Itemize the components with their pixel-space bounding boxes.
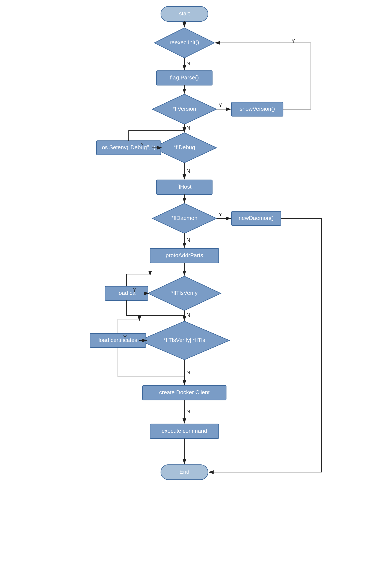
fltlsverify2-label: *flTlsVerify||*flTls xyxy=(164,337,205,343)
loadcerts-label: load certificates xyxy=(99,337,138,343)
reexec-label: reexec.Init() xyxy=(170,39,199,46)
n-label-fldebug: N xyxy=(187,168,190,174)
start-label: start xyxy=(179,10,190,17)
y-label-fldebug: Y xyxy=(141,142,144,147)
flagparse-label: flag.Parse() xyxy=(170,74,199,81)
n-label-createclient: N xyxy=(187,409,190,414)
y-label-reexec: Y xyxy=(292,38,295,44)
fltlsverify1-label: *flTlsVerify xyxy=(171,290,198,296)
showversion-label: showVersion() xyxy=(240,106,275,112)
flhost-label: flHost xyxy=(177,184,192,190)
n-label-reexec: N xyxy=(187,61,190,66)
fldaemon-label: *flDaemon xyxy=(171,215,197,221)
ossetenv-label: os.Setenv("Debug",1) xyxy=(102,144,155,151)
end-label: End xyxy=(180,469,189,475)
y-label-flversion: Y xyxy=(219,102,222,108)
createdocker-label: create Docker Client xyxy=(159,389,210,395)
n-label-flversion: N xyxy=(187,125,190,131)
executecommand-label: execute command xyxy=(162,428,207,434)
y-label-fltlsverify2: Y xyxy=(123,334,127,340)
flowchart-diagram: start reexec.Init() flag.Parse() *flVers… xyxy=(0,0,390,588)
n-label-fltlsverify1: N xyxy=(187,312,190,318)
y-label-fldaemon: Y xyxy=(219,212,222,217)
n-label-fltlsverify2: N xyxy=(187,370,190,375)
newdaemon-label: newDaemon() xyxy=(239,215,274,221)
fldebug-label: *flDebug xyxy=(174,144,195,151)
n-label-fldaemon: N xyxy=(187,237,190,243)
y-label-fltlsverify1: Y xyxy=(133,287,136,293)
protoaddrparts-label: protoAddrParts xyxy=(166,252,203,258)
flversion-label: *flVersion xyxy=(173,106,196,112)
